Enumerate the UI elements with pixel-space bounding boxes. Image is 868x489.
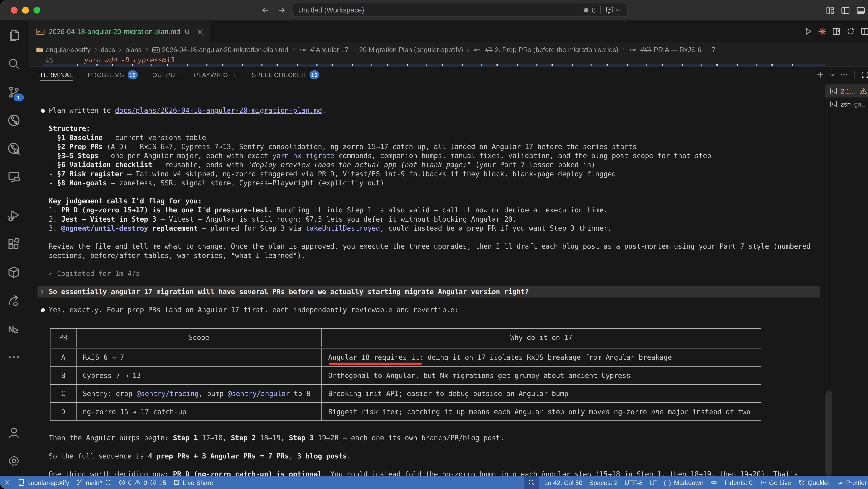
toggle-sidebar-icon[interactable] <box>841 6 850 15</box>
activity-bar-item-gitlens[interactable] <box>0 106 28 134</box>
breadcrumb-item[interactable]: plans <box>125 46 142 54</box>
terminal-line: Yes, exactly. Four prep PRs land on Angu… <box>37 305 820 315</box>
activity-bar-item-remote-explorer[interactable] <box>0 163 28 191</box>
refresh-icon[interactable] <box>846 27 855 36</box>
chevron-down-icon[interactable] <box>616 7 621 13</box>
terminal-output[interactable]: Plan written to docs/plans/2026-04-18-an… <box>37 106 820 476</box>
breadcrumb-item[interactable]: docs <box>101 46 115 54</box>
status-bar: angular-spotifymain*0015Live Share Ln 42… <box>0 476 868 489</box>
terminal-list-item[interactable]: 2.1... <box>825 85 868 98</box>
panel-tab-output[interactable]: OUTPUT <box>152 69 179 81</box>
terminal-line: 1. PR D (ng-zorro 15→17) is the one I'd … <box>37 206 820 215</box>
status-item-remote[interactable] <box>0 476 14 489</box>
terminal-list-item[interactable]: zshga... <box>825 98 868 110</box>
svg-text:N: N <box>8 324 14 333</box>
terminal-profile-icon[interactable] <box>829 72 835 78</box>
terminal-line <box>37 278 820 287</box>
status-item-go-live[interactable]: Go Live <box>756 476 795 489</box>
status-item-screencast-zoom[interactable] <box>524 476 539 489</box>
forward-icon[interactable] <box>277 6 286 15</box>
terminal-scrollbar[interactable] <box>825 390 832 476</box>
activity-bar-item-containers[interactable] <box>0 258 28 286</box>
activity-bar-item-extensions[interactable] <box>0 229 28 258</box>
status-item-language-mode[interactable]: { }Markdown <box>660 476 707 489</box>
terminal-line: - §8 Non-goals — zoneless, SSR, signal s… <box>37 178 820 188</box>
activity-bar-item-accounts[interactable] <box>0 418 28 447</box>
toggle-panel-icon[interactable] <box>856 6 866 15</box>
close-tab-icon[interactable] <box>197 28 204 35</box>
activity-bar-item-source-control[interactable]: 1 <box>0 77 28 106</box>
activity-bar-item-live-share[interactable] <box>0 286 28 315</box>
status-item-problems[interactable]: 0015 <box>115 476 169 489</box>
zoom-window-button[interactable] <box>33 7 40 13</box>
terminal-line: Key judgement calls I'd flag for you: <box>37 197 820 206</box>
editor-clipped-area[interactable]: 45 yarn add -D cypress@13 <box>28 57 868 66</box>
panel-tab-label: PLAYWRIGHT <box>194 71 237 78</box>
breadcrumb-label: 2026-04-18-angular-20-migration-plan.md <box>162 46 288 54</box>
more-views-icon <box>7 351 20 363</box>
terminal-icon <box>830 100 837 107</box>
panel-tab-problems[interactable]: PROBLEMS15 <box>88 67 137 82</box>
activity-bar-item-nx-console[interactable]: N≥ <box>0 315 28 343</box>
breadcrumb-item[interactable]: abc# Angular 17 → 20 Migration Plan (ang… <box>299 46 463 54</box>
run-file-icon[interactable] <box>804 27 812 36</box>
terminal-line: Plan written to docs/plans/2026-04-18-an… <box>37 106 820 115</box>
divider <box>600 6 601 14</box>
status-item-branch[interactable]: main* <box>72 476 115 489</box>
breadcrumb-label: docs <box>101 46 115 54</box>
breadcrumb-separator-icon <box>465 47 471 53</box>
split-editor-icon[interactable] <box>861 27 868 36</box>
terminal-instance-list: 2.1...zshga... <box>825 85 868 110</box>
activity-bar: 1N≥ <box>0 21 28 476</box>
status-item-eol[interactable]: LF <box>646 476 660 489</box>
back-icon[interactable] <box>261 6 270 15</box>
breadcrumb-item[interactable]: M2026-04-18-angular-20-migration-plan.md <box>152 46 288 54</box>
activity-bar-item-run-and-debug[interactable] <box>0 201 28 229</box>
status-item-copilot[interactable] <box>707 476 721 489</box>
info-circle-icon <box>150 479 157 486</box>
status-item-indents[interactable]: Indents: 0 <box>721 476 756 489</box>
status-item-repository[interactable]: angular-spotify <box>14 476 73 489</box>
activity-bar-item-search[interactable] <box>0 49 28 77</box>
titlebar: Untitled (Workspace) 8 <box>0 0 868 21</box>
status-item-encoding[interactable]: UTF-8 <box>621 476 646 489</box>
terminal-line: Structure: <box>37 124 820 133</box>
activity-bar-item-more-views[interactable] <box>0 343 28 371</box>
customize-layout-icon[interactable] <box>825 6 835 15</box>
panel-tab-terminal[interactable]: TERMINAL <box>40 69 73 81</box>
terminal-line: - §2 Prep PRs (A–D) — RxJS 6→7, Cypress … <box>37 142 820 151</box>
panel-tab-spell-checker[interactable]: SPELL CHECKER15 <box>252 67 319 82</box>
command-center[interactable]: Untitled (Workspace) 8 <box>292 3 627 17</box>
status-item-label: 0 <box>128 479 132 486</box>
markdown-icon: M <box>152 46 160 54</box>
terminal-line: sections, before/after tables, war stori… <box>37 251 820 260</box>
status-item-cursor-position[interactable]: Ln 42, Col 50 <box>541 476 586 489</box>
minimize-window-button[interactable] <box>22 7 29 13</box>
breadcrumb-item[interactable]: abc## 2. Prep PRs (before the migration … <box>473 46 618 54</box>
editor-tab[interactable]: M 2026-04-18-angular-20-migration-plan.m… <box>28 21 210 42</box>
tab-dirty-indicator: U <box>185 28 190 35</box>
bottom-panel: TERMINALPROBLEMS15OUTPUTPLAYWRIGHTSPELL … <box>28 66 868 476</box>
breadcrumb-item[interactable]: angular-spotify <box>36 46 91 54</box>
maximize-panel-icon[interactable] <box>861 71 868 79</box>
status-item-quokka[interactable]: Quokka <box>795 476 833 489</box>
abc-icon: abc <box>473 46 483 53</box>
sparkle-run-icon[interactable] <box>818 27 827 36</box>
close-window-button[interactable] <box>11 7 18 13</box>
terminal-line: Then the Angular bumps begin: Step 1 17→… <box>37 433 820 443</box>
vscode-window: Untitled (Workspace) 8 1N≥ M <box>0 0 868 489</box>
status-item-label: Go Live <box>769 479 791 486</box>
status-item-indentation[interactable]: Spaces: 2 <box>586 476 621 489</box>
open-preview-icon[interactable] <box>832 27 841 36</box>
panel-tab-playwright[interactable]: PLAYWRIGHT <box>194 69 237 81</box>
status-item-prettier[interactable]: Prettier <box>833 476 868 489</box>
extensions-icon <box>7 237 20 250</box>
new-terminal-icon[interactable] <box>816 71 824 79</box>
copilot-chat-icon[interactable] <box>606 6 614 14</box>
activity-bar-item-settings[interactable] <box>0 447 28 475</box>
panel-more-icon[interactable] <box>840 71 848 79</box>
activity-bar-item-gitlens-inspect[interactable] <box>0 134 28 163</box>
status-item-live-share[interactable]: Live Share <box>169 476 217 489</box>
breadcrumb-item[interactable]: abc### PR A — RxJS 6 → 7 <box>629 46 716 54</box>
activity-bar-item-explorer[interactable] <box>0 21 28 49</box>
